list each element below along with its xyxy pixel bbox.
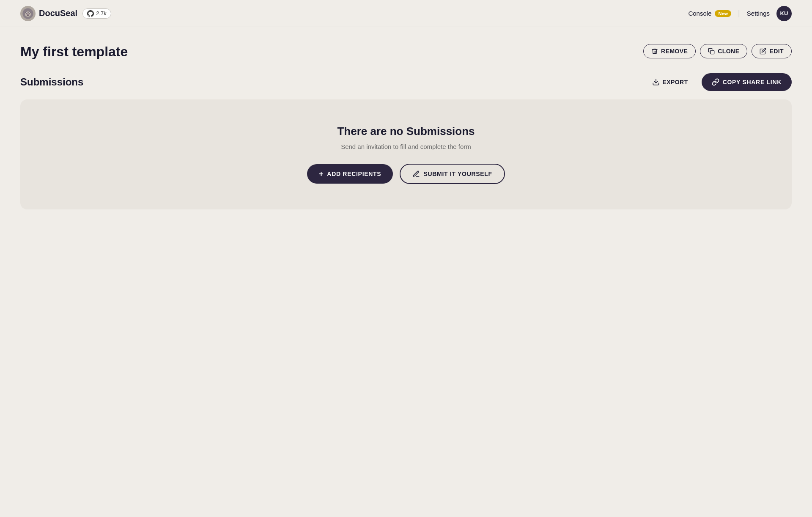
navbar-right: Console New | Settings KU <box>688 6 792 21</box>
submit-icon <box>412 170 420 178</box>
github-badge[interactable]: 2.7k <box>82 8 111 19</box>
logo-container: DocuSeal <box>20 6 77 21</box>
add-recipients-button[interactable]: + ADD RECIPIENTS <box>307 164 393 184</box>
plus-icon: + <box>319 170 324 178</box>
copy-share-link-button[interactable]: COPY SHARE LINK <box>702 73 792 91</box>
empty-state-actions: + ADD RECIPIENTS SUBMIT IT YOURSELF <box>307 164 505 184</box>
console-label: Console <box>688 10 711 17</box>
submit-yourself-label: SUBMIT IT YOURSELF <box>423 170 492 177</box>
svg-point-7 <box>27 14 29 15</box>
template-header: My first template REMOVE CLONE <box>20 44 792 60</box>
export-button[interactable]: EXPORT <box>645 75 696 89</box>
empty-state-title: There are no Submissions <box>337 125 475 138</box>
svg-point-5 <box>29 12 30 13</box>
main-content: My first template REMOVE CLONE <box>0 27 812 226</box>
export-icon <box>652 78 660 86</box>
settings-link[interactable]: Settings <box>747 10 770 17</box>
submit-yourself-button[interactable]: SUBMIT IT YOURSELF <box>400 164 505 184</box>
svg-point-4 <box>26 12 27 13</box>
user-avatar[interactable]: KU <box>776 6 792 21</box>
submissions-title: Submissions <box>20 76 83 88</box>
navbar: DocuSeal 2.7k Console New | Settings KU <box>0 0 812 27</box>
edit-button[interactable]: EDIT <box>752 44 792 58</box>
edit-icon <box>760 48 766 55</box>
clone-label: CLONE <box>718 48 739 55</box>
svg-rect-8 <box>710 50 714 54</box>
remove-button[interactable]: REMOVE <box>643 44 696 58</box>
nav-divider: | <box>738 9 740 18</box>
logo-avatar <box>20 6 36 21</box>
export-label: EXPORT <box>663 79 688 85</box>
new-badge: New <box>715 10 731 17</box>
remove-label: REMOVE <box>661 48 688 55</box>
logo-text: DocuSeal <box>39 8 77 18</box>
trash-icon <box>651 48 658 55</box>
navbar-left: DocuSeal 2.7k <box>20 6 111 21</box>
copy-share-link-label: COPY SHARE LINK <box>723 79 782 85</box>
submissions-actions: EXPORT COPY SHARE LINK <box>645 73 792 91</box>
empty-state-card: There are no Submissions Send an invitat… <box>20 99 792 209</box>
edit-label: EDIT <box>769 48 784 55</box>
github-icon <box>87 10 94 17</box>
template-title: My first template <box>20 44 128 60</box>
template-actions: REMOVE CLONE EDIT <box>643 44 792 58</box>
submissions-header: Submissions EXPORT COPY SHARE LINK <box>20 73 792 91</box>
clone-button[interactable]: CLONE <box>700 44 747 58</box>
github-stars: 2.7k <box>96 10 107 16</box>
empty-state-subtitle: Send an invitation to fill and complete … <box>341 143 471 150</box>
nav-console-link[interactable]: Console New <box>688 10 731 17</box>
link-icon <box>712 78 719 86</box>
clone-icon <box>708 48 715 55</box>
add-recipients-label: ADD RECIPIENTS <box>327 170 381 177</box>
